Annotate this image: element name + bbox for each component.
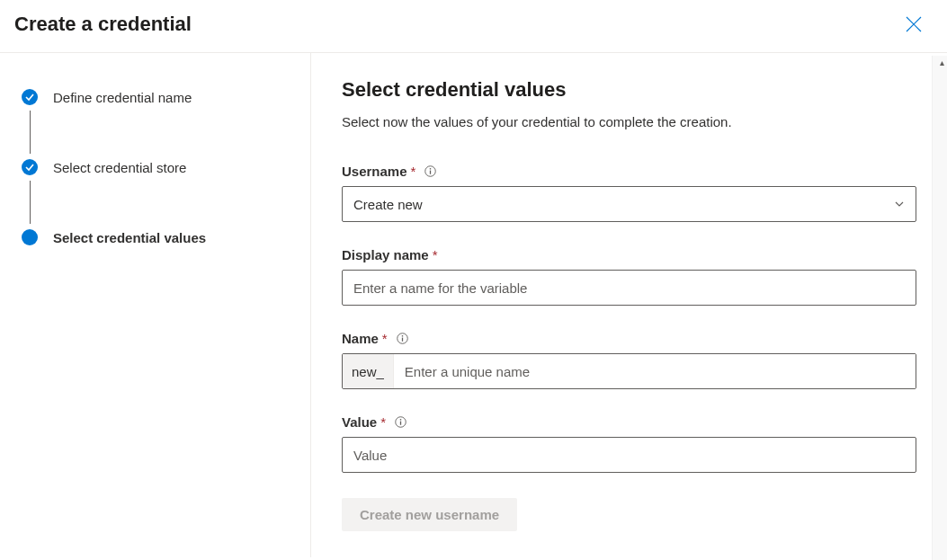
step-select-credential-values[interactable]: Select credential values bbox=[22, 229, 283, 245]
required-asterisk: * bbox=[411, 164, 416, 179]
field-group-value: Value * bbox=[342, 414, 916, 473]
step-indicator-completed bbox=[22, 89, 38, 105]
step-indicator-completed bbox=[22, 159, 38, 175]
vertical-scrollbar[interactable]: ▴ bbox=[932, 56, 947, 560]
label-text: Name bbox=[342, 331, 379, 346]
label-text: Display name bbox=[342, 247, 429, 262]
svg-rect-5 bbox=[402, 338, 403, 342]
chevron-down-icon bbox=[894, 199, 905, 209]
info-icon[interactable] bbox=[395, 416, 406, 428]
username-dropdown[interactable]: Create new bbox=[342, 186, 916, 222]
required-asterisk: * bbox=[433, 247, 438, 262]
panel-title: Select credential values bbox=[342, 78, 916, 102]
field-group-username: Username * Create new bbox=[342, 164, 916, 222]
dialog-header: Create a credential bbox=[0, 0, 947, 53]
step-connector bbox=[30, 181, 31, 224]
dialog-body: Define credential name Select credential… bbox=[0, 53, 947, 557]
required-asterisk: * bbox=[380, 414, 386, 430]
check-icon bbox=[25, 163, 34, 172]
step-label: Define credential name bbox=[53, 90, 192, 105]
field-group-display-name: Display name * bbox=[342, 247, 916, 306]
field-label-value: Value * bbox=[342, 414, 916, 430]
step-define-credential-name[interactable]: Define credential name bbox=[22, 89, 283, 105]
svg-point-1 bbox=[430, 168, 432, 170]
svg-rect-2 bbox=[430, 171, 431, 174]
close-icon bbox=[906, 16, 922, 32]
wizard-steps-sidebar: Define credential name Select credential… bbox=[0, 53, 311, 557]
step-indicator-current bbox=[22, 229, 38, 245]
name-input[interactable] bbox=[394, 354, 916, 388]
close-button[interactable] bbox=[906, 16, 922, 32]
step-label: Select credential values bbox=[53, 230, 206, 245]
field-label-name: Name * bbox=[342, 331, 916, 346]
field-label-display-name: Display name * bbox=[342, 247, 916, 262]
scroll-up-arrow-icon: ▴ bbox=[940, 58, 944, 67]
value-input[interactable] bbox=[342, 437, 916, 473]
step-connector bbox=[30, 111, 31, 154]
check-icon bbox=[25, 93, 34, 102]
create-new-username-button: Create new username bbox=[342, 498, 517, 531]
main-panel: Select credential values Select now the … bbox=[311, 53, 947, 557]
svg-point-4 bbox=[401, 335, 403, 337]
step-label: Select credential store bbox=[53, 160, 186, 175]
name-prefix: new_ bbox=[343, 354, 394, 388]
field-group-name: Name * new_ bbox=[342, 331, 916, 389]
name-input-wrapper: new_ bbox=[342, 353, 916, 389]
dialog-title: Create a credential bbox=[14, 13, 192, 36]
display-name-input[interactable] bbox=[342, 270, 916, 306]
info-icon[interactable] bbox=[397, 333, 408, 344]
label-text: Value bbox=[342, 414, 377, 430]
svg-point-7 bbox=[400, 419, 402, 421]
step-select-credential-store[interactable]: Select credential store bbox=[22, 159, 283, 175]
svg-rect-8 bbox=[400, 422, 401, 425]
label-text: Username bbox=[342, 164, 407, 179]
panel-subtitle: Select now the values of your credential… bbox=[342, 114, 916, 129]
info-icon[interactable] bbox=[424, 165, 436, 177]
dropdown-value: Create new bbox=[353, 197, 423, 212]
field-label-username: Username * bbox=[342, 164, 916, 179]
required-asterisk: * bbox=[382, 331, 388, 346]
